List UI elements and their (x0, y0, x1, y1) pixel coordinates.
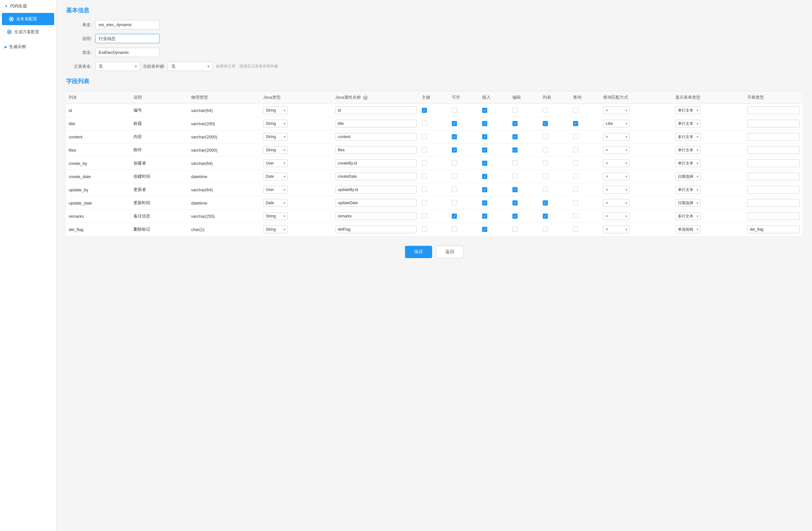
pk-cb-0[interactable] (422, 108, 427, 113)
dicttype-input-5[interactable] (747, 173, 800, 180)
insert-cb-3[interactable] (482, 147, 487, 153)
displaytype-select-0[interactable]: 单行文本多行文本日期选择单选按钮复选框下拉选择 (675, 106, 701, 114)
pk-cb-5[interactable] (422, 174, 427, 179)
parent-table-select[interactable]: 无 (95, 62, 140, 71)
query-cb-6[interactable] (573, 187, 578, 192)
nullable-cb-9[interactable] (452, 227, 457, 232)
javatype-select-4[interactable]: StringIntegerLongDoubleBooleanDateUser (263, 159, 288, 167)
query-cb-0[interactable] (573, 107, 578, 113)
insert-cb-6[interactable] (482, 187, 487, 192)
nullable-cb-2[interactable] (452, 134, 457, 139)
edit-cb-5[interactable] (512, 174, 518, 179)
dicttype-input-4[interactable] (747, 159, 800, 167)
nullable-cb-5[interactable] (452, 174, 457, 179)
query-cb-4[interactable] (573, 160, 578, 166)
query-cb-2[interactable] (573, 134, 578, 139)
javaattr-input-2[interactable] (335, 133, 417, 141)
back-button[interactable]: 返回 (436, 246, 464, 258)
dicttype-input-3[interactable] (747, 146, 800, 154)
nullable-cb-1[interactable] (452, 121, 457, 126)
insert-cb-2[interactable] (482, 134, 487, 139)
list-cb-9[interactable] (543, 227, 548, 232)
pk-cb-9[interactable] (422, 227, 427, 232)
querymatch-select-8[interactable]: =!=>>=<<=LikeLikeLeftLikeRight (603, 212, 629, 220)
javaattr-input-3[interactable] (335, 146, 417, 154)
list-cb-2[interactable] (543, 134, 548, 139)
displaytype-select-9[interactable]: 单行文本多行文本日期选择单选按钮复选框下拉选择 (675, 226, 701, 233)
javatype-select-7[interactable]: StringIntegerLongDoubleBooleanDateUser (263, 199, 288, 207)
pk-cb-4[interactable] (422, 160, 427, 166)
list-cb-0[interactable] (543, 107, 548, 113)
nullable-cb-7[interactable] (452, 200, 457, 205)
displaytype-select-6[interactable]: 单行文本多行文本日期选择单选按钮复选框下拉选择 (675, 186, 701, 193)
sidebar-group-genexample-title[interactable]: ▶ 生成示例 (0, 41, 56, 53)
list-cb-8[interactable] (543, 214, 548, 219)
pk-cb-3[interactable] (422, 147, 427, 152)
list-cb-4[interactable] (543, 160, 548, 166)
querymatch-select-5[interactable]: =!=>>=<<=LikeLikeLeftLikeRight (603, 173, 629, 180)
edit-cb-2[interactable] (512, 134, 518, 139)
pk-cb-2[interactable] (422, 134, 427, 139)
querymatch-select-3[interactable]: =!=>>=<<=LikeLikeLeftLikeRight (603, 146, 629, 154)
nullable-cb-8[interactable] (452, 214, 457, 219)
sidebar-group-codegen-title[interactable]: ▼ 代码生成 (0, 0, 56, 12)
javaattr-input-6[interactable] (335, 186, 417, 193)
javatype-select-5[interactable]: StringIntegerLongDoubleBooleanDateUser (263, 173, 288, 180)
nullable-cb-4[interactable] (452, 160, 457, 166)
insert-cb-9[interactable] (482, 227, 487, 232)
querymatch-select-6[interactable]: =!=>>=<<=LikeLikeLeftLikeRight (603, 186, 629, 193)
insert-cb-4[interactable] (482, 161, 487, 166)
pk-cb-1[interactable] (422, 121, 427, 126)
javaattr-input-7[interactable] (335, 199, 417, 207)
querymatch-select-0[interactable]: =!=>>=<<=LikeLikeLeftLikeRight (603, 106, 629, 114)
displaytype-select-7[interactable]: 单行文本多行文本日期选择单选按钮复选框下拉选择 (675, 199, 701, 207)
list-cb-5[interactable] (543, 174, 548, 179)
insert-cb-5[interactable] (482, 174, 487, 179)
dicttype-input-6[interactable] (747, 186, 800, 193)
displaytype-select-8[interactable]: 单行文本多行文本日期选择单选按钮复选框下拉选择 (675, 212, 701, 220)
edit-cb-1[interactable] (512, 121, 518, 126)
insert-cb-1[interactable] (482, 121, 487, 126)
nullable-cb-6[interactable] (452, 187, 457, 192)
javatype-select-1[interactable]: StringIntegerLongDoubleBooleanDateUser (263, 120, 288, 127)
query-cb-7[interactable] (573, 200, 578, 205)
edit-cb-3[interactable] (512, 147, 518, 153)
javatype-select-9[interactable]: StringIntegerLongDoubleBooleanDateUser (263, 226, 288, 233)
dicttype-input-2[interactable] (747, 133, 800, 141)
list-cb-6[interactable] (543, 187, 548, 192)
edit-cb-8[interactable] (512, 214, 518, 219)
nullable-cb-3[interactable] (452, 147, 457, 153)
pk-cb-7[interactable] (422, 200, 427, 205)
javatype-select-6[interactable]: StringIntegerLongDoubleBooleanDateUser (263, 186, 288, 193)
edit-cb-7[interactable] (512, 200, 518, 205)
sidebar-item-gen-plan[interactable]: 生成方案配置 (0, 26, 56, 38)
query-cb-1[interactable] (573, 121, 578, 126)
displaytype-select-1[interactable]: 单行文本多行文本日期选择单选按钮复选框下拉选择 (675, 120, 701, 127)
insert-cb-0[interactable] (482, 108, 487, 113)
edit-cb-6[interactable] (512, 187, 518, 192)
displaytype-select-2[interactable]: 单行文本多行文本日期选择单选按钮复选框下拉选择 (675, 133, 701, 141)
insert-cb-8[interactable] (482, 214, 487, 219)
edit-cb-0[interactable] (512, 107, 518, 113)
query-cb-9[interactable] (573, 227, 578, 232)
javaattr-input-8[interactable] (335, 212, 417, 220)
query-cb-5[interactable] (573, 174, 578, 179)
displaytype-select-4[interactable]: 单行文本多行文本日期选择单选按钮复选框下拉选择 (675, 159, 701, 167)
list-cb-7[interactable] (543, 200, 548, 205)
query-cb-8[interactable] (573, 213, 578, 218)
desc-input[interactable] (95, 34, 160, 43)
dicttype-input-0[interactable] (747, 106, 800, 114)
fk-select[interactable]: 无 (168, 62, 213, 71)
querymatch-select-4[interactable]: =!=>>=<<=LikeLikeLeftLikeRight (603, 159, 629, 167)
insert-cb-7[interactable] (482, 200, 487, 205)
displaytype-select-5[interactable]: 单行文本多行文本日期选择单选按钮复选框下拉选择 (675, 173, 701, 180)
querymatch-select-7[interactable]: =!=>>=<<=LikeLikeLeftLikeRight (603, 199, 629, 207)
class-name-input[interactable] (95, 48, 160, 57)
javatype-select-3[interactable]: StringIntegerLongDoubleBooleanDateUser (263, 146, 288, 154)
javaattr-input-4[interactable] (335, 159, 417, 167)
querymatch-select-2[interactable]: =!=>>=<<=LikeLikeLeftLikeRight (603, 133, 629, 141)
javatype-select-2[interactable]: StringIntegerLongDoubleBooleanDateUser (263, 133, 288, 141)
table-name-input[interactable] (95, 20, 160, 29)
nullable-cb-0[interactable] (452, 107, 457, 113)
javaattr-input-1[interactable] (335, 120, 417, 127)
